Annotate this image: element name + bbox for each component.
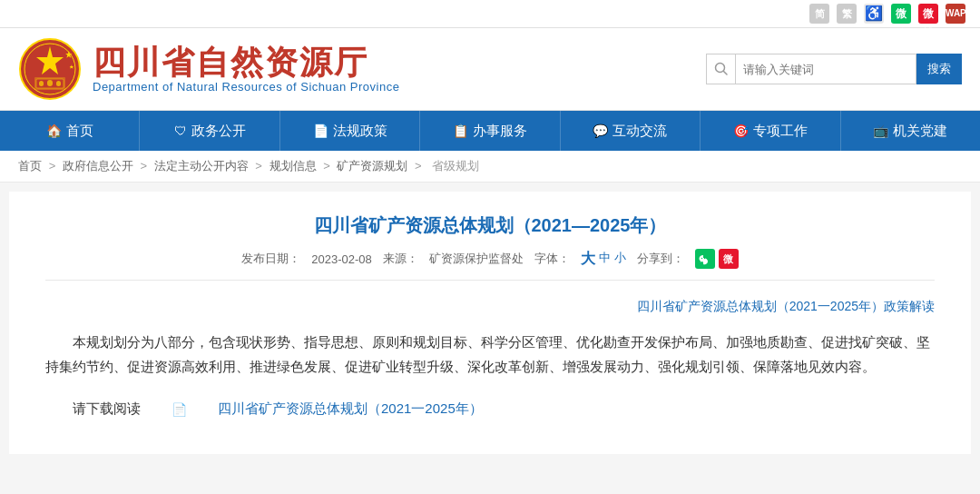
nav-label-law: 法规政策 [333, 123, 387, 140]
nav-item-home[interactable]: 🏠 首页 [0, 111, 140, 151]
nav-label-service: 办事服务 [473, 123, 527, 140]
download-link[interactable]: 四川省矿产资源总体规划（2021一2025年） [191, 400, 483, 418]
article-meta: 发布日期： 2023-02-08 来源： 矿资源保护监督处 字体： 大 中 小 … [45, 249, 935, 281]
policy-link-section: 四川省矿产资源总体规划（2021一2025年）政策解读 [45, 299, 935, 315]
share-icons: 微 [695, 249, 739, 269]
nav-item-service[interactable]: 📋 办事服务 [420, 111, 560, 151]
breadcrumb-gov-info[interactable]: 政府信息公开 [63, 159, 133, 173]
download-section: 请下载阅读 📄 四川省矿产资源总体规划（2021一2025年） [45, 400, 935, 418]
font-large-btn[interactable]: 大 [581, 250, 595, 269]
breadcrumb-home[interactable]: 首页 [18, 159, 42, 173]
interact-icon: 💬 [593, 124, 608, 138]
svg-point-13 [704, 258, 705, 259]
breadcrumb-sep-4: > [323, 159, 333, 173]
traditional-icon: 繁 [837, 4, 857, 24]
home-icon: 🏠 [46, 124, 62, 138]
search-button[interactable]: 搜索 [916, 54, 962, 84]
svg-rect-8 [47, 80, 53, 86]
svg-rect-7 [39, 81, 44, 86]
article-body: 本规划划分为八部分，包含现状形势、指导思想、原则和规划目标、科学分区管理、优化勘… [45, 330, 935, 379]
breadcrumb-legal[interactable]: 法定主动公开内容 [154, 159, 249, 173]
gov-icon: 🛡 [174, 124, 187, 138]
site-subtitle: Department of Natural Resources of Sichu… [93, 80, 399, 94]
breadcrumb-planning[interactable]: 规划信息 [270, 159, 317, 173]
emblem-icon [18, 37, 82, 101]
main-content: 四川省矿产资源总体规划（2021—2025年） 发布日期： 2023-02-08… [9, 192, 971, 454]
font-size-controls: 大 中 小 [581, 250, 626, 269]
search-icon [706, 54, 735, 84]
accessibility-icon[interactable]: ♿ [864, 4, 884, 24]
breadcrumb-sep-1: > [49, 159, 59, 173]
breadcrumb-sep-2: > [140, 159, 150, 173]
special-icon: 🎯 [733, 124, 749, 138]
service-icon: 📋 [453, 124, 468, 138]
font-label: 字体： [534, 251, 570, 267]
download-prefix: 请下载阅读 [45, 400, 141, 418]
wap-icon[interactable]: WAP [946, 4, 965, 24]
nav-item-party[interactable]: 📺 机关党建 [841, 111, 980, 151]
breadcrumb-sep-5: > [415, 159, 425, 173]
publish-date-label: 发布日期： [241, 251, 300, 267]
logo-text: 四川省自然资源厅 Department of Natural Resources… [93, 44, 399, 94]
article-title: 四川省矿产资源总体规划（2021—2025年） [45, 213, 935, 238]
party-icon: 📺 [873, 124, 888, 138]
share-weibo-icon[interactable]: 微 [719, 249, 739, 269]
source-label: 来源： [383, 251, 418, 267]
nav-label-party: 机关党建 [893, 123, 947, 140]
traditional-chinese-link[interactable]: 繁 [837, 4, 857, 24]
font-medium-btn[interactable]: 中 [599, 250, 611, 269]
breadcrumb-sep-3: > [255, 159, 265, 173]
nav-item-gov[interactable]: 🛡 政务公开 [140, 111, 279, 151]
font-small-btn[interactable]: 小 [614, 250, 626, 269]
top-bar: 简 繁 ♿ 微信 微博 WAP [0, 0, 980, 28]
search-area: 搜索 [706, 54, 962, 84]
share-label: 分享到： [637, 251, 684, 267]
share-weixin-icon[interactable] [695, 249, 715, 269]
navigation: 🏠 首页 🛡 政务公开 📄 法规政策 📋 办事服务 💬 互动交流 🎯 专项工作 … [0, 111, 980, 151]
policy-link[interactable]: 四川省矿产资源总体规划（2021一2025年）政策解读 [637, 299, 935, 313]
nav-label-home: 首页 [66, 123, 93, 140]
weixin-icon[interactable]: 微信 [891, 4, 911, 24]
simplified-chinese-link[interactable]: 简 [809, 4, 829, 24]
nav-label-gov: 政务公开 [191, 123, 246, 140]
breadcrumb-mineral[interactable]: 矿产资源规划 [337, 159, 407, 173]
download-file-icon: 📄 [144, 402, 187, 417]
source-value: 矿资源保护监督处 [429, 251, 524, 267]
nav-label-special: 专项工作 [753, 123, 808, 140]
breadcrumb: 首页 > 政府信息公开 > 法定主动公开内容 > 规划信息 > 矿产资源规划 >… [0, 151, 980, 183]
svg-point-12 [701, 258, 702, 259]
publish-date: 2023-02-08 [311, 252, 372, 266]
weibo-icon[interactable]: 微博 [918, 4, 938, 24]
nav-label-interact: 互动交流 [612, 123, 667, 140]
header: 四川省自然资源厅 Department of Natural Resources… [0, 28, 980, 111]
logo-area: 四川省自然资源厅 Department of Natural Resources… [18, 37, 399, 101]
nav-item-interact[interactable]: 💬 互动交流 [561, 111, 701, 151]
nav-item-law[interactable]: 📄 法规政策 [280, 111, 420, 151]
law-icon: 📄 [313, 124, 328, 138]
svg-line-11 [723, 72, 727, 75]
simplified-icon: 简 [809, 4, 829, 24]
search-input[interactable] [735, 54, 916, 84]
svg-rect-9 [56, 81, 61, 86]
site-title: 四川省自然资源厅 [93, 44, 399, 81]
nav-item-special[interactable]: 🎯 专项工作 [701, 111, 840, 151]
breadcrumb-current: 省级规划 [432, 159, 479, 173]
